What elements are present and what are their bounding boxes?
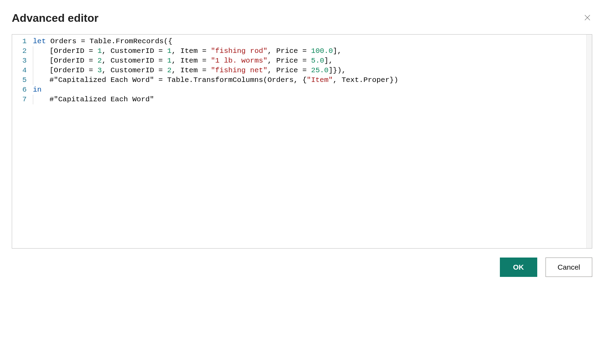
code-line[interactable]: [OrderID = 3, CustomerID = 2, Item = "fi… bbox=[33, 66, 592, 75]
code-token: 100.0 bbox=[311, 47, 333, 55]
code-token: ({ bbox=[164, 37, 172, 45]
line-number: 7 bbox=[12, 95, 27, 104]
code-token: "1 lb. worms" bbox=[211, 57, 267, 65]
code-token: }) bbox=[390, 76, 398, 84]
code-token: , bbox=[102, 47, 110, 55]
code-token: = bbox=[158, 57, 167, 65]
ok-button[interactable]: OK bbox=[500, 258, 537, 277]
code-line[interactable]: let Orders = Table.FromRecords({ bbox=[33, 37, 592, 46]
code-token: = bbox=[89, 47, 97, 55]
code-token: Item bbox=[180, 47, 202, 55]
indent-guide bbox=[33, 66, 33, 75]
code-token: 1 bbox=[167, 57, 172, 65]
code-token: OrderID bbox=[54, 47, 89, 55]
code-area[interactable]: let Orders = Table.FromRecords({[OrderID… bbox=[33, 35, 592, 248]
close-button[interactable] bbox=[583, 13, 592, 23]
code-token: in bbox=[33, 86, 42, 94]
code-token: [ bbox=[49, 66, 54, 74]
code-token: 1 bbox=[167, 47, 172, 55]
code-token: Item bbox=[180, 57, 202, 65]
code-token: OrderID bbox=[54, 57, 89, 65]
line-number: 4 bbox=[12, 66, 27, 75]
code-token: = bbox=[302, 57, 311, 65]
code-token: , bbox=[172, 66, 180, 74]
code-token: let bbox=[33, 37, 46, 45]
code-token: = bbox=[154, 76, 167, 84]
indent-guide bbox=[33, 46, 33, 56]
code-line[interactable]: [OrderID = 1, CustomerID = 1, Item = "fi… bbox=[33, 46, 592, 56]
code-token: Table.TransformColumns bbox=[167, 76, 263, 84]
code-token: = bbox=[302, 47, 311, 55]
code-token: = bbox=[158, 47, 167, 55]
indent-guide bbox=[33, 75, 33, 85]
code-token: 2 bbox=[167, 66, 172, 74]
code-token: "Item" bbox=[307, 76, 333, 84]
line-number: 1 bbox=[12, 37, 27, 46]
code-line[interactable]: #"Capitalized Each Word" = Table.Transfo… bbox=[33, 75, 592, 85]
code-token: Item bbox=[180, 66, 202, 74]
code-token: 1 bbox=[98, 47, 102, 55]
line-number: 6 bbox=[12, 85, 27, 95]
cancel-button[interactable]: Cancel bbox=[546, 258, 592, 277]
code-token: Orders bbox=[46, 37, 81, 45]
code-token: = bbox=[158, 66, 167, 74]
code-token: 5.0 bbox=[311, 57, 324, 65]
code-editor[interactable]: 1234567 let Orders = Table.FromRecords({… bbox=[12, 34, 592, 249]
code-token: = bbox=[89, 66, 97, 74]
code-token: , bbox=[102, 57, 110, 65]
code-token: , bbox=[172, 57, 180, 65]
code-token: Price bbox=[276, 47, 302, 55]
code-token: Price bbox=[276, 66, 302, 74]
code-token: CustomerID bbox=[110, 57, 158, 65]
vertical-scrollbar[interactable] bbox=[586, 35, 592, 248]
code-token: 25.0 bbox=[311, 66, 328, 74]
code-token: , bbox=[172, 47, 180, 55]
code-token: , bbox=[267, 66, 276, 74]
code-token: , bbox=[333, 76, 341, 84]
code-token: = bbox=[81, 37, 90, 45]
code-token: = bbox=[202, 47, 211, 55]
code-token: ]}), bbox=[329, 66, 346, 74]
code-token: #"Capitalized Each Word" bbox=[49, 76, 154, 84]
code-line[interactable]: [OrderID = 2, CustomerID = 1, Item = "1 … bbox=[33, 56, 592, 66]
code-token: , bbox=[102, 66, 110, 74]
close-icon bbox=[584, 14, 591, 23]
code-token: [ bbox=[49, 47, 54, 55]
code-token: ], bbox=[333, 47, 341, 55]
code-token: "fishing rod" bbox=[211, 47, 267, 55]
code-token: OrderID bbox=[54, 66, 89, 74]
code-token: 2 bbox=[98, 57, 102, 65]
code-token: ( bbox=[263, 76, 268, 84]
indent-guide bbox=[33, 56, 33, 66]
code-token: 3 bbox=[98, 66, 102, 74]
code-token: , { bbox=[294, 76, 307, 84]
code-token: Orders bbox=[267, 76, 294, 84]
code-line[interactable]: #"Capitalized Each Word" bbox=[33, 95, 592, 104]
code-token: = bbox=[202, 66, 211, 74]
code-token: = bbox=[202, 57, 211, 65]
code-token: = bbox=[89, 57, 97, 65]
code-token: Table.FromRecords bbox=[90, 37, 164, 45]
line-number-gutter: 1234567 bbox=[12, 35, 33, 248]
code-token: , bbox=[267, 57, 276, 65]
dialog-title: Advanced editor bbox=[12, 12, 99, 25]
code-line[interactable]: in bbox=[33, 85, 592, 95]
code-token: , bbox=[267, 47, 276, 55]
code-token: = bbox=[302, 66, 311, 74]
code-token: CustomerID bbox=[110, 47, 158, 55]
code-token: #"Capitalized Each Word" bbox=[49, 95, 154, 103]
code-token: CustomerID bbox=[110, 66, 158, 74]
line-number: 3 bbox=[12, 56, 27, 66]
code-token: Text.Proper bbox=[341, 76, 390, 84]
line-number: 2 bbox=[12, 46, 27, 56]
code-token: Price bbox=[276, 57, 302, 65]
line-number: 5 bbox=[12, 75, 27, 85]
indent-guide bbox=[33, 95, 33, 104]
code-token: [ bbox=[49, 57, 54, 65]
code-token: ], bbox=[324, 57, 333, 65]
code-token: "fishing net" bbox=[211, 66, 267, 74]
